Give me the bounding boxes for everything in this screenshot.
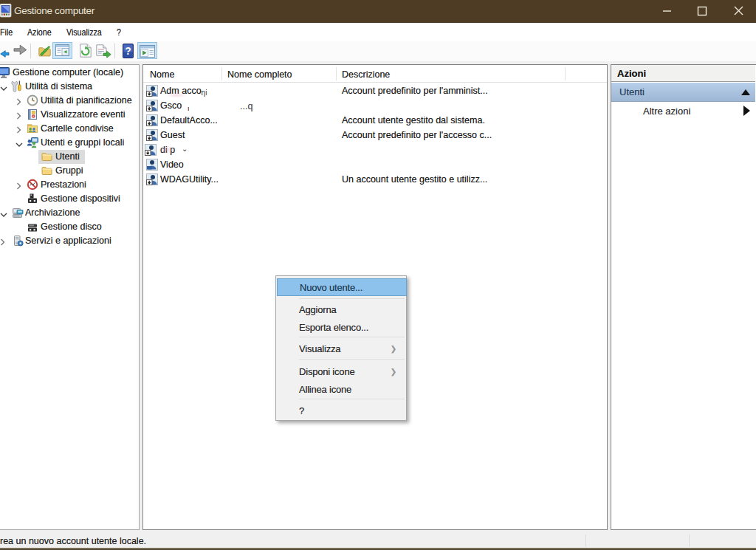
svg-text:?: ? bbox=[125, 45, 131, 57]
